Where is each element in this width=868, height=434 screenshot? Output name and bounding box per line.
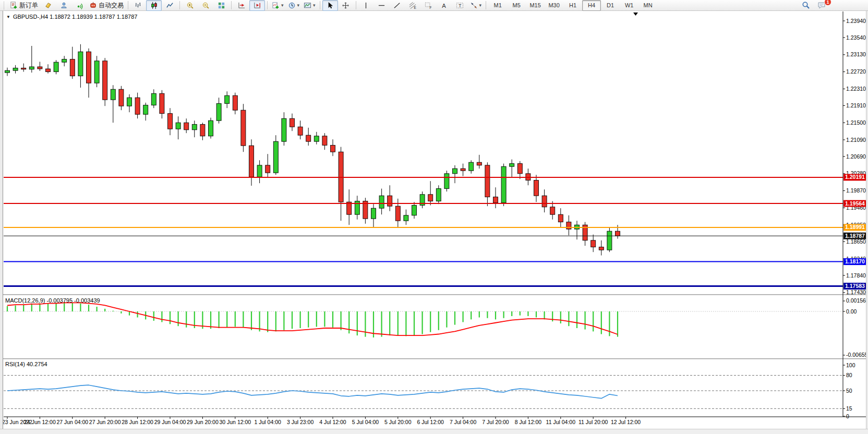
candle-bearish xyxy=(550,207,555,214)
price-tag-text: 1.18170 xyxy=(845,258,865,264)
auto-scroll-button[interactable] xyxy=(234,0,249,11)
arrows-icon xyxy=(470,2,478,9)
templates-button[interactable]: ▾ xyxy=(302,0,318,11)
candle-bearish xyxy=(200,124,205,136)
tile-windows-button[interactable] xyxy=(213,0,229,11)
rsi-tick-label: 100 xyxy=(846,362,855,368)
toolbar-separator xyxy=(128,1,128,9)
mt4-terminal: 新订单自动交易▾▾▾EFAT▾M1M5M15M30H1H4D1W1MN1 1.2… xyxy=(0,0,868,434)
time-tick-label: 24 Jun 12:00 xyxy=(24,419,56,425)
chat-button[interactable]: 1 xyxy=(814,0,829,11)
channels-button[interactable]: F xyxy=(421,0,437,11)
zoom-in-button[interactable] xyxy=(182,0,198,11)
label-button[interactable]: T xyxy=(452,0,468,11)
timeframe-button-m30[interactable]: M30 xyxy=(545,0,563,11)
time-tick-label: 4 Jul 12:00 xyxy=(319,419,346,425)
new-order-button[interactable]: 新订单 xyxy=(8,0,40,11)
price-tick-label: 1.22720 xyxy=(846,68,866,75)
candle-bullish xyxy=(5,70,10,73)
candlestick-chart-button[interactable] xyxy=(146,0,162,11)
community-button[interactable] xyxy=(56,0,71,11)
candle-bearish xyxy=(542,196,547,207)
time-tick-label: 7 Jul 04:00 xyxy=(450,419,477,425)
bars-icon xyxy=(135,2,142,9)
candle-bullish xyxy=(510,164,514,167)
indicators-button[interactable]: ▾ xyxy=(270,0,286,11)
price-tick-label: 1.19870 xyxy=(846,187,866,194)
toolbar-separator xyxy=(486,1,486,9)
time-tick-label: 12 Jul 12:00 xyxy=(611,419,641,425)
line-chart-button[interactable] xyxy=(162,0,177,11)
vertical-line-button[interactable] xyxy=(358,0,374,11)
toolbar-right-group: 1 xyxy=(798,0,829,11)
candle-bearish xyxy=(290,118,295,127)
trendline-button[interactable] xyxy=(390,0,405,11)
one-click-trading-toggle[interactable]: ▼ xyxy=(6,15,10,19)
rsi-indicator-label: RSI(14) 40.2754 xyxy=(5,361,47,367)
chevron-down-icon[interactable]: ▾ xyxy=(313,3,316,8)
price-tick-label: 1.21500 xyxy=(846,119,866,126)
toolbar-separator xyxy=(356,1,356,9)
timeframe-button-w1[interactable]: W1 xyxy=(620,0,638,11)
chevron-down-icon[interactable]: ▾ xyxy=(297,3,300,8)
candle-bearish xyxy=(428,195,433,201)
periods-button[interactable]: ▾ xyxy=(286,0,302,11)
price-tick-label: 1.22310 xyxy=(846,86,866,92)
fibonacci-button[interactable]: E xyxy=(405,0,421,11)
price-chart-canvas[interactable]: 1.239401.235401.231301.227201.223101.219… xyxy=(0,11,868,434)
time-tick-label: 29 Jun 20:00 xyxy=(187,419,219,425)
candle-bullish xyxy=(501,166,506,203)
horizontal-line-button[interactable] xyxy=(374,0,390,11)
timeframe-button-h4[interactable]: H4 xyxy=(582,0,601,11)
chart-window[interactable]: 1.239401.235401.231301.227201.223101.219… xyxy=(0,11,868,434)
timeframe-button-m5[interactable]: M5 xyxy=(507,0,526,11)
chevron-down-icon[interactable]: ▾ xyxy=(281,3,284,8)
yellow-book-icon xyxy=(44,2,52,9)
arrows-button[interactable]: ▾ xyxy=(468,0,484,11)
timeframe-button-h1[interactable]: H1 xyxy=(563,0,582,11)
rsi-tick-label: 50 xyxy=(846,388,852,394)
time-tick-label: 30 Jun 12:00 xyxy=(219,419,251,425)
search-button[interactable] xyxy=(798,0,814,11)
bar-chart-button[interactable] xyxy=(130,0,146,11)
crosshair-button[interactable] xyxy=(338,0,354,11)
candle-bearish xyxy=(298,127,303,135)
history-button[interactable] xyxy=(40,0,56,11)
candle-bullish xyxy=(94,61,99,83)
candle-bearish xyxy=(21,68,26,69)
candle-bullish xyxy=(469,162,474,171)
timeframe-button-m1[interactable]: M1 xyxy=(488,0,507,11)
toolbar-drag-handle xyxy=(4,2,6,9)
candle-bearish xyxy=(493,197,498,203)
text-button[interactable]: A xyxy=(437,0,452,11)
candle-bearish xyxy=(599,247,604,250)
svg-text:F: F xyxy=(429,6,431,9)
search-icon xyxy=(802,1,810,9)
timeframe-button-m15[interactable]: M15 xyxy=(526,0,545,11)
svg-text:A: A xyxy=(442,2,446,8)
signals-button[interactable] xyxy=(71,0,87,11)
candle-bearish xyxy=(331,145,335,152)
chart-shift-button[interactable] xyxy=(249,0,265,11)
chart-title: ▼GBPUSD-,H4 1.18872 1.18939 1.18787 1.18… xyxy=(6,14,137,20)
window-frame-bottom xyxy=(0,429,868,434)
cursor-button[interactable] xyxy=(322,0,338,11)
timeframe-button-d1[interactable]: D1 xyxy=(601,0,620,11)
time-tick-label: 29 Jun 04:00 xyxy=(154,419,186,425)
candle-bearish xyxy=(591,240,596,247)
chevron-down-icon[interactable]: ▾ xyxy=(479,3,482,8)
zoom-out-button[interactable] xyxy=(198,0,213,11)
time-tick-label: 5 Jul 04:00 xyxy=(352,419,379,425)
price-tick-label: 1.17840 xyxy=(846,272,866,279)
candle-bullish xyxy=(257,165,262,177)
timeframe-button-mn[interactable]: MN xyxy=(638,0,657,11)
candle-bullish xyxy=(404,215,408,221)
candle-bullish xyxy=(62,59,67,63)
autotrading-button[interactable]: 自动交易 xyxy=(87,0,126,11)
candle-bullish xyxy=(192,124,197,129)
macd-tick-label: -0.006555 xyxy=(846,352,868,358)
candle-bearish xyxy=(566,222,571,230)
indicator-add-icon xyxy=(272,2,280,9)
price-tick-label: 1.23540 xyxy=(846,34,866,41)
cursor-icon xyxy=(326,2,334,9)
